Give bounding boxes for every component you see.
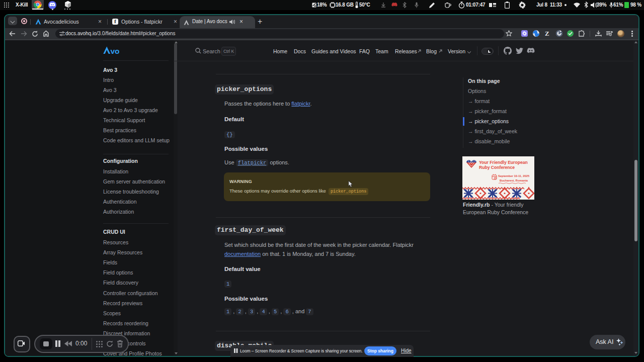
svg-text:Ruby Conference: Ruby Conference bbox=[479, 165, 515, 170]
svg-text:Bucharest, Romania: Bucharest, Romania bbox=[500, 179, 528, 182]
svg-text:Your Friendly European: Your Friendly European bbox=[479, 160, 528, 165]
svg-text:vo: vo bbox=[111, 47, 120, 55]
svg-text:September 10-11, 2025: September 10-11, 2025 bbox=[498, 174, 530, 177]
